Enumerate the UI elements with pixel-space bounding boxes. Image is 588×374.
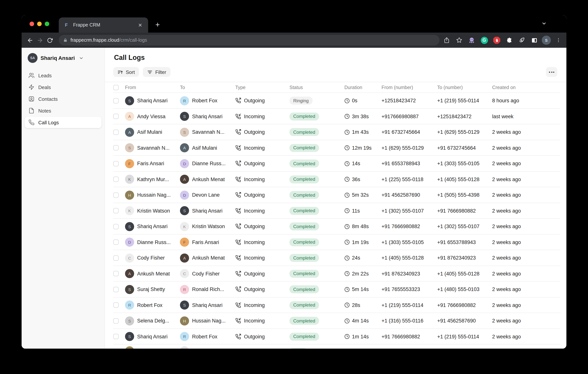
from-cell: KKathryn Mur... <box>125 175 180 184</box>
duration-value: 36s <box>352 177 360 182</box>
adblock-extension-icon[interactable] <box>492 35 502 45</box>
type-label: Incoming <box>244 302 265 308</box>
avatar: S <box>180 206 189 215</box>
select-all-checkbox[interactable] <box>113 85 119 90</box>
macos-zoom-button[interactable] <box>45 21 49 26</box>
created-on-cell: 2 weeks ago <box>492 302 567 308</box>
duration-cell: 24s <box>344 255 381 261</box>
phone-incoming-icon <box>235 208 241 214</box>
sort-icon <box>117 69 123 75</box>
macos-minimize-button[interactable] <box>37 21 42 26</box>
call-log-row[interactable]: RRobert FoxSShariq AnsariIncomingComplet… <box>105 297 567 313</box>
created-on-cell: 2 weeks ago <box>492 255 567 261</box>
avatar: H <box>180 316 189 325</box>
row-checkbox[interactable] <box>113 192 119 198</box>
call-log-row[interactable]: FFaris AnsariDDianne Russ...OutgoingComp… <box>105 156 567 171</box>
row-checkbox[interactable] <box>113 145 119 151</box>
type-cell: Outgoing <box>235 161 289 167</box>
call-log-row[interactable]: SShariq AnsariKKristin WatsonOutgoingCom… <box>105 219 567 234</box>
from-number-cell: +91 7655553323 <box>381 287 437 292</box>
browser-tab[interactable]: F Frappe CRM ✕ <box>59 17 148 32</box>
duration-cell: 1m 14s <box>344 334 381 340</box>
back-icon[interactable] <box>25 35 35 45</box>
row-checkbox[interactable] <box>113 303 119 308</box>
url-bar[interactable]: frappecrm.frappe.cloud/crm/call-logs <box>59 35 440 45</box>
row-checkbox[interactable] <box>113 318 119 324</box>
user-dropdown[interactable]: SA Shariq Ansari <box>27 52 99 64</box>
row-checkbox[interactable] <box>113 271 119 277</box>
call-log-row[interactable]: AAsif MulaniSSavannah N...OutgoingComple… <box>105 124 567 140</box>
status-badge: Completed <box>289 333 319 341</box>
call-log-row[interactable]: SSuraj ShettyRRonald Rich...OutgoingComp… <box>105 282 567 297</box>
sidebar-item-leads[interactable]: Leads <box>25 70 102 81</box>
call-log-row-partial[interactable] <box>105 344 567 349</box>
share-icon[interactable] <box>442 35 452 45</box>
row-checkbox[interactable] <box>113 161 119 166</box>
created-on-cell: 8 hours ago <box>492 98 567 104</box>
call-log-row[interactable]: CCody FisherAAnkush MenatIncomingComplet… <box>105 250 567 266</box>
macos-close-button[interactable] <box>30 21 34 26</box>
row-checkbox[interactable] <box>113 129 119 135</box>
clock-icon <box>344 224 350 229</box>
energy-saver-leaf-icon[interactable] <box>517 35 527 45</box>
call-log-row[interactable]: HHussain Nag...DDevon LaneOutgoingComple… <box>105 187 567 203</box>
call-log-row[interactable]: SShariq AnsariRRobert FoxOutgoingRinging… <box>105 93 567 108</box>
from-number-cell: +1 (219) 555-0114 <box>381 302 437 308</box>
type-cell: Outgoing <box>235 287 289 292</box>
avatar: D <box>180 159 189 168</box>
row-checkbox[interactable] <box>113 255 119 261</box>
sidebar-item-call-logs[interactable]: Call Logs <box>25 117 102 128</box>
octopus-extension-icon[interactable] <box>467 35 477 45</box>
browser-menu-kebab-icon[interactable] <box>554 35 563 45</box>
reload-icon[interactable] <box>45 35 54 45</box>
row-checkbox[interactable] <box>113 224 119 229</box>
more-options-button[interactable] <box>546 67 557 77</box>
grammarly-extension-icon[interactable]: G <box>479 35 489 45</box>
avatar: F <box>180 238 189 247</box>
to-number-cell: +91 7666980882 <box>437 302 492 308</box>
call-log-row[interactable]: SSelena Delg...HHussain Nag...IncomingCo… <box>105 313 567 329</box>
tab-search-chevron-icon[interactable] <box>541 21 547 28</box>
person-name: Selena Delg... <box>137 318 169 324</box>
sidebar-item-deals[interactable]: Deals <box>25 82 102 93</box>
from-cell: RRobert Fox <box>125 301 180 310</box>
sidebar-item-contacts[interactable]: Contacts <box>25 93 102 105</box>
bookmark-star-icon[interactable] <box>454 35 464 45</box>
new-tab-button[interactable]: + <box>153 20 163 30</box>
created-on-cell: 2 weeks ago <box>492 318 567 324</box>
sidebar-item-label: Notes <box>38 108 51 114</box>
row-checkbox[interactable] <box>113 334 119 339</box>
sidebar-item-notes[interactable]: Notes <box>25 105 102 116</box>
sort-button[interactable]: Sort <box>113 67 139 77</box>
filter-button[interactable]: Filter <box>143 67 170 77</box>
person-name: Savannah N... <box>137 145 169 151</box>
row-checkbox[interactable] <box>113 114 119 119</box>
side-panel-icon[interactable] <box>529 35 539 45</box>
row-checkbox[interactable] <box>113 208 119 214</box>
status-badge: Completed <box>289 191 319 199</box>
column-header-to: To <box>180 85 235 90</box>
call-log-row[interactable]: SSavannah N...AAsif MulaniIncomingComple… <box>105 140 567 156</box>
row-checkbox[interactable] <box>113 287 119 292</box>
to-cell: RRobert Fox <box>180 332 235 341</box>
to-number-cell: +91 4562587690 <box>437 318 492 324</box>
close-tab-icon[interactable]: ✕ <box>137 21 144 28</box>
call-log-row[interactable]: KKathryn Mur...AAnkush MenatIncomingComp… <box>105 171 567 187</box>
url-host: frappecrm.frappe.cloud <box>71 38 119 43</box>
row-checkbox[interactable] <box>113 98 119 103</box>
forward-icon[interactable] <box>35 35 45 45</box>
call-log-row[interactable]: SShariq AnsariRRobert FoxOutgoingComplet… <box>105 329 567 344</box>
call-log-row[interactable]: KKristin WatsonSShariq AnsariIncomingCom… <box>105 203 567 219</box>
avatar <box>125 346 134 349</box>
to-number-cell: +1 (629) 555-0129 <box>437 129 492 135</box>
call-log-row[interactable]: DDianne Russ...FFaris AnsariIncomingComp… <box>105 234 567 250</box>
call-log-row[interactable]: AAndy ViessaSShariq AnsariIncomingComple… <box>105 108 567 124</box>
call-log-row[interactable]: AAnkush MenatCCody FisherOutgoingComplet… <box>105 266 567 282</box>
browser-profile-avatar[interactable]: S <box>542 36 551 45</box>
extensions-puzzle-icon[interactable] <box>504 35 514 45</box>
from-cell: CCody Fisher <box>125 254 180 263</box>
row-checkbox[interactable] <box>113 240 119 245</box>
row-checkbox[interactable] <box>113 177 119 182</box>
to-number-cell: +1 (219) 555-0114 <box>437 98 492 104</box>
status-badge: Completed <box>289 286 319 293</box>
